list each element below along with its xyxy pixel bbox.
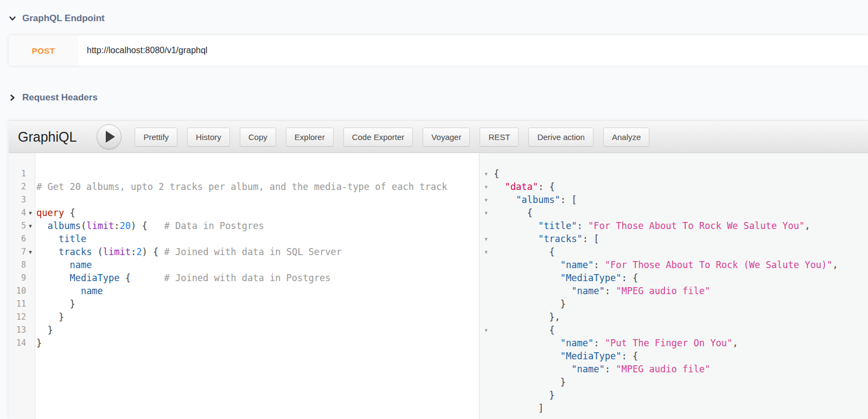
line-number: 2 xyxy=(9,182,26,192)
line-number: 6 xyxy=(9,234,26,244)
toolbar-button-rest[interactable]: REST xyxy=(480,128,519,147)
fold-arrow-icon[interactable]: ▾ xyxy=(26,210,35,216)
query-code-line[interactable]: query { xyxy=(36,206,479,219)
fold-arrow-icon[interactable]: ▾ xyxy=(480,193,493,206)
toolbar-button-code-exporter[interactable]: Code Exporter xyxy=(343,128,413,147)
graphiql-logo: GraphiQL xyxy=(18,129,76,145)
response-code-line: "name": "Put The Finger On You", xyxy=(494,337,868,350)
response-code-line: { xyxy=(494,167,868,180)
toolbar-button-analyze[interactable]: Analyze xyxy=(603,128,649,147)
line-number: 7 xyxy=(9,247,26,257)
query-code-line[interactable]: title xyxy=(36,232,479,245)
response-code-line: "MediaType": { xyxy=(494,350,868,363)
graphiql-toolbar: GraphiQL PrettifyHistoryCopyExplorerCode… xyxy=(9,120,868,153)
query-code-line[interactable]: tracks (limit:2) { # Joined with data in… xyxy=(36,245,479,258)
query-code-line[interactable]: name xyxy=(36,258,479,271)
query-code-line[interactable]: albums(limit:20) { # Data in Postgres xyxy=(36,219,479,232)
fold-arrow-icon[interactable]: ▾ xyxy=(480,232,493,245)
line-number: 10 xyxy=(9,286,26,296)
line-number: 9 xyxy=(9,273,26,283)
http-method-badge: POST xyxy=(9,35,78,66)
response-code-line: "name": "MPEG audio file" xyxy=(494,284,868,297)
query-code-line[interactable] xyxy=(36,193,479,206)
line-number: 13 xyxy=(9,325,26,335)
fold-arrow-icon[interactable]: ▾ xyxy=(26,223,35,229)
response-code-line: { xyxy=(494,245,868,258)
fold-arrow-icon[interactable]: ▾ xyxy=(480,323,493,337)
play-icon xyxy=(106,131,115,143)
editor-line-number-gutter: 1234▾5▾67▾891011121314 xyxy=(9,153,35,419)
section-title: GraphQL Endpoint xyxy=(22,13,105,24)
fold-arrow-icon[interactable]: ▾ xyxy=(480,245,493,258)
toolbar-button-copy[interactable]: Copy xyxy=(240,128,276,147)
query-code-line[interactable]: } xyxy=(36,337,479,350)
response-code-line: "data": { xyxy=(494,180,868,193)
query-code-line[interactable]: } xyxy=(36,323,479,337)
fold-arrow-icon[interactable]: ▾ xyxy=(480,180,493,193)
line-number: 1 xyxy=(9,169,26,179)
query-code-line[interactable]: } xyxy=(36,310,479,323)
response-code-line: ] xyxy=(494,402,868,415)
fold-arrow-icon[interactable]: ▾ xyxy=(26,249,35,255)
request-headers-section-header[interactable]: Request Headers xyxy=(9,92,98,103)
chevron-down-icon xyxy=(9,15,16,22)
response-code-line: "albums": [ xyxy=(494,193,868,206)
section-title: Request Headers xyxy=(22,92,98,103)
graphiql-panel: GraphiQL PrettifyHistoryCopyExplorerCode… xyxy=(9,120,868,419)
response-code-line: "title": "For Those About To Rock We Sal… xyxy=(494,219,868,232)
response-fold-gutter: ▾▾▾▾▾▾▾ xyxy=(480,153,493,419)
response-json: { "data": { "albums": [ { "title": "For … xyxy=(493,153,868,419)
response-code-line: { xyxy=(494,206,868,219)
query-code-line[interactable]: } xyxy=(36,297,479,310)
toolbar-button-history[interactable]: History xyxy=(187,128,230,147)
line-number: 5 xyxy=(9,221,26,231)
toolbar-button-voyager[interactable]: Voyager xyxy=(423,128,470,147)
response-code-line: } xyxy=(494,389,868,402)
query-code-line[interactable]: MediaType { # Joined with data in Postgr… xyxy=(36,271,479,284)
line-number: 3 xyxy=(9,195,26,205)
response-code-line: "MediaType": { xyxy=(494,271,868,284)
line-number: 11 xyxy=(9,299,26,309)
toolbar-button-explorer[interactable]: Explorer xyxy=(286,128,334,147)
query-code-line[interactable]: name xyxy=(36,284,479,297)
line-number: 4 xyxy=(9,208,26,218)
fold-arrow-icon[interactable]: ▾ xyxy=(480,167,493,180)
endpoint-url-field[interactable]: http://localhost:8080/v1/graphql xyxy=(87,35,207,66)
response-pane: ▾▾▾▾▾▾▾ { "data": { "albums": [ { "title… xyxy=(479,153,868,419)
response-code-line: "tracks": [ xyxy=(494,232,868,245)
query-code-line[interactable]: # Get 20 albums, upto 2 tracks per album… xyxy=(36,180,479,193)
response-code-line: { xyxy=(494,323,868,337)
graphiql-workspace: 1234▾5▾67▾891011121314 # Get 20 albums, … xyxy=(9,153,868,419)
toolbar-button-derive-action[interactable]: Derive action xyxy=(528,128,593,147)
response-code-line: } xyxy=(494,297,868,310)
endpoint-bar: POST http://localhost:8080/v1/graphql xyxy=(9,35,868,66)
query-code-line[interactable] xyxy=(36,167,479,180)
fold-arrow-icon[interactable]: ▾ xyxy=(480,206,493,219)
query-editor-code[interactable]: # Get 20 albums, upto 2 tracks per album… xyxy=(35,153,479,419)
response-code-line: } xyxy=(494,376,868,389)
response-code-line: "name": "MPEG audio file" xyxy=(494,363,868,376)
toolbar-button-prettify[interactable]: Prettify xyxy=(135,128,177,147)
query-editor-pane[interactable]: 1234▾5▾67▾891011121314 # Get 20 albums, … xyxy=(9,153,479,419)
execute-query-button[interactable] xyxy=(97,124,122,149)
response-code-line: }, xyxy=(494,310,868,323)
line-number: 12 xyxy=(9,312,26,322)
graphql-endpoint-section-header[interactable]: GraphQL Endpoint xyxy=(9,0,105,24)
line-number: 14 xyxy=(9,338,26,348)
response-code-line: "name": "For Those About To Rock (We Sal… xyxy=(494,258,868,271)
line-number: 8 xyxy=(9,260,26,270)
chevron-right-icon xyxy=(9,94,16,101)
